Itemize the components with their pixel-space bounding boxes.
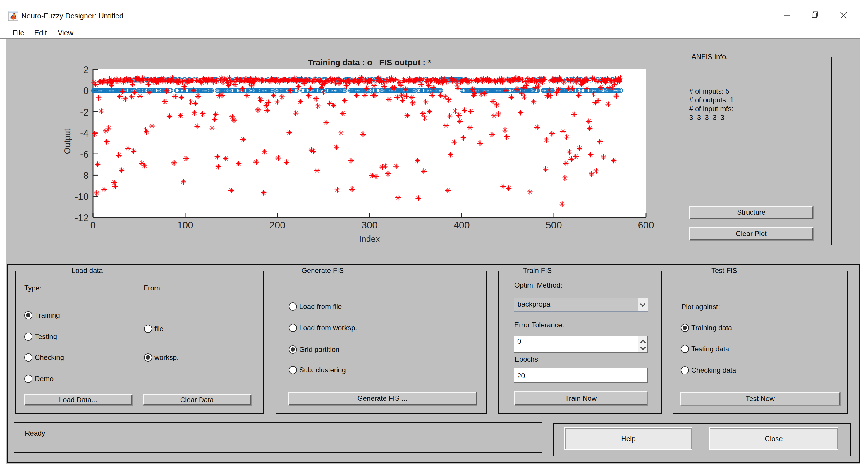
svg-text:Index: Index <box>359 234 380 244</box>
svg-text:-6: -6 <box>80 149 89 160</box>
svg-text:2: 2 <box>83 64 89 75</box>
svg-text:-10: -10 <box>74 191 89 202</box>
svg-text:200: 200 <box>269 220 285 230</box>
svg-text:600: 600 <box>638 220 654 230</box>
svg-text:400: 400 <box>454 220 469 230</box>
svg-text:-2: -2 <box>80 107 89 118</box>
svg-text:300: 300 <box>361 220 377 230</box>
svg-text:500: 500 <box>546 220 562 230</box>
svg-text:Training data : o FIS output: Training data : o FIS output : * <box>308 58 431 67</box>
svg-text:100: 100 <box>177 220 193 230</box>
svg-text:-8: -8 <box>80 170 89 181</box>
svg-text:0: 0 <box>90 220 96 230</box>
svg-text:-12: -12 <box>74 212 89 223</box>
svg-text:-4: -4 <box>80 128 89 139</box>
svg-text:Output: Output <box>63 128 72 154</box>
svg-text:0: 0 <box>83 86 89 96</box>
